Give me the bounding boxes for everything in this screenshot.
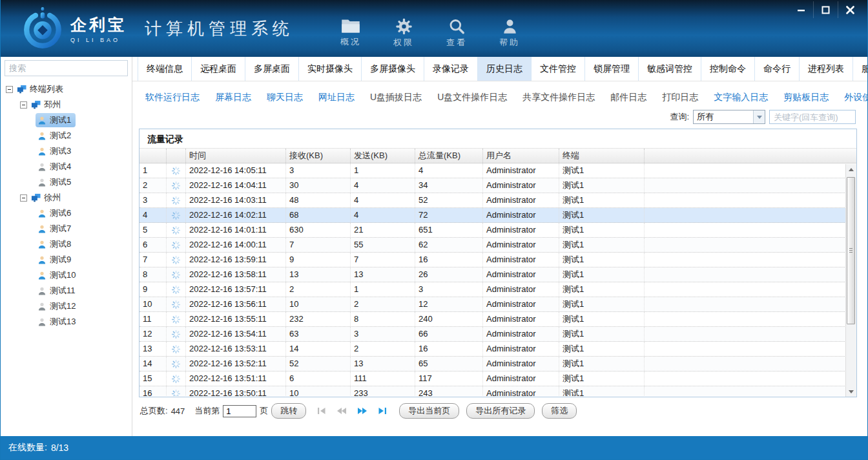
maximize-button[interactable] [813, 1, 838, 18]
expander-icon[interactable] [20, 101, 27, 109]
scrollbar-thumb[interactable] [847, 177, 855, 324]
tab-终端信息[interactable]: 终端信息 [138, 57, 192, 81]
table-row[interactable]: 32022-12-16 14:03:1148452Administrator测试… [140, 193, 856, 208]
nav-help-button[interactable]: 帮助 [499, 18, 520, 48]
tab-多屏摄像头[interactable]: 多屏摄像头 [362, 57, 424, 81]
cell: 测试1 [559, 297, 645, 311]
close-button[interactable] [838, 1, 862, 18]
maximize-icon [822, 6, 830, 14]
log-tab-文字输入日志[interactable]: 文字输入日志 [706, 88, 776, 106]
keyword-input[interactable] [769, 110, 856, 124]
table-row[interactable]: 42022-12-16 14:02:1168472Administrator测试… [140, 208, 856, 223]
col-header-发送(KB)[interactable]: 发送(KB) [351, 149, 415, 163]
tree-terminal-测试12[interactable]: 测试12 [1, 298, 132, 314]
log-tab-剪贴板日志[interactable]: 剪贴板日志 [776, 88, 836, 106]
cell-filler [645, 267, 856, 282]
table-row[interactable]: 132022-12-16 13:53:1114216Administrator测… [140, 342, 856, 357]
query-filter-select[interactable]: 所有 [693, 110, 765, 124]
jump-button[interactable]: 跳转 [271, 403, 306, 419]
top-nav: 概况 [340, 18, 520, 48]
vertical-scrollbar[interactable] [845, 164, 856, 397]
table-row[interactable]: 82022-12-16 13:58:11131326Administrator测… [140, 267, 856, 282]
tree-terminal-测试7[interactable]: 测试7 [1, 221, 132, 236]
first-page-icon[interactable] [317, 407, 326, 415]
tree-terminal-测试3[interactable]: 测试3 [1, 143, 132, 159]
prev-page-icon[interactable] [336, 407, 347, 415]
tree-terminal-测试5[interactable]: 测试5 [1, 174, 132, 190]
tree-terminal-测试9[interactable]: 测试9 [1, 252, 132, 267]
col-header-接收(KB)[interactable]: 接收(KB) [286, 149, 351, 163]
log-tab-外设使用日志[interactable]: 外设使用日志 [836, 88, 867, 106]
col-header-总流量(KB)[interactable]: 总流量(KB) [415, 149, 483, 163]
table-row[interactable]: 102022-12-16 13:56:1110212Administrator测… [140, 297, 856, 312]
table-row[interactable]: 112022-12-16 13:55:112328240Administrato… [140, 312, 856, 327]
tab-控制命令[interactable]: 控制命令 [701, 57, 755, 81]
tree-root[interactable]: 终端列表 [1, 81, 132, 97]
tab-录像记录[interactable]: 录像记录 [424, 57, 478, 81]
tab-文件管控[interactable]: 文件管控 [532, 57, 585, 81]
tree-terminal-测试4[interactable]: 测试4 [1, 159, 132, 174]
table-row[interactable]: 12022-12-16 14:05:11314Administrator测试1 [140, 163, 856, 178]
tree-group-徐州[interactable]: 徐州 [1, 190, 132, 205]
table-row[interactable]: 52022-12-16 14:01:1163021651Administrato… [140, 223, 856, 238]
tree-terminal-测试8[interactable]: 测试8 [1, 236, 132, 252]
tab-多屏桌面[interactable]: 多屏桌面 [245, 57, 299, 81]
log-tab-U盘文件操作日志[interactable]: U盘文件操作日志 [429, 88, 515, 106]
tab-命令行[interactable]: 命令行 [755, 57, 800, 81]
page-number-input[interactable] [223, 405, 256, 417]
col-header-终端[interactable]: 终端 [559, 149, 645, 163]
col-header-时间[interactable]: 时间 [186, 149, 286, 163]
log-tab-打印日志[interactable]: 打印日志 [654, 88, 706, 106]
nav-permissions-button[interactable]: 权限 [393, 18, 414, 48]
col-header-blank-1[interactable] [167, 149, 186, 163]
cell: Administrator [483, 371, 559, 386]
expander-icon[interactable] [20, 194, 27, 202]
cell-filler [645, 238, 856, 252]
tab-服务列表[interactable]: 服务列表 [853, 57, 867, 81]
filter-button[interactable]: 筛选 [542, 403, 577, 419]
log-tab-网址日志[interactable]: 网址日志 [311, 88, 362, 106]
export-current-page-button[interactable]: 导出当前页 [399, 403, 459, 419]
tab-远程桌面[interactable]: 远程桌面 [192, 57, 245, 81]
log-tab-U盘插拔日志[interactable]: U盘插拔日志 [362, 88, 429, 106]
scroll-up-button[interactable] [846, 164, 856, 174]
minimize-button[interactable] [789, 1, 813, 18]
table-row[interactable]: 62022-12-16 14:00:1175562Administrator测试… [140, 238, 856, 253]
tab-历史日志[interactable]: 历史日志 [478, 57, 532, 81]
next-page-icon[interactable] [357, 407, 367, 415]
col-header-用户名[interactable]: 用户名 [483, 149, 559, 163]
tree-terminal-测试13[interactable]: 测试13 [1, 314, 132, 329]
tree-terminal-测试2[interactable]: 测试2 [1, 128, 132, 143]
table-row[interactable]: 142022-12-16 13:52:11521365Administrator… [140, 357, 856, 371]
tree-terminal-测试11[interactable]: 测试11 [1, 283, 132, 298]
tab-进程列表[interactable]: 进程列表 [800, 57, 853, 81]
log-tab-邮件日志[interactable]: 邮件日志 [603, 88, 654, 106]
tree-terminal-测试6[interactable]: 测试6 [1, 205, 132, 221]
tree-terminal-测试10[interactable]: 测试10 [1, 267, 132, 283]
log-tab-共享文件操作日志[interactable]: 共享文件操作日志 [515, 88, 603, 106]
last-page-icon[interactable] [378, 407, 387, 415]
search-input[interactable] [5, 60, 128, 76]
col-header-blank-0[interactable] [140, 149, 167, 163]
cell: 14 [140, 357, 167, 371]
table-row[interactable]: 72022-12-16 13:59:119716Administrator测试1 [140, 253, 856, 267]
log-tab-屏幕日志[interactable]: 屏幕日志 [207, 88, 259, 106]
tab-敏感词管控[interactable]: 敏感词管控 [639, 57, 701, 81]
log-tab-聊天日志[interactable]: 聊天日志 [259, 88, 311, 106]
log-tab-软件运行日志[interactable]: 软件运行日志 [138, 88, 207, 106]
export-all-button[interactable]: 导出所有记录 [466, 403, 535, 419]
scroll-down-button[interactable] [846, 386, 856, 397]
nav-view-button[interactable]: 查看 [446, 18, 467, 48]
nav-overview-button[interactable]: 概况 [340, 18, 361, 48]
tree-terminal-测试1[interactable]: 测试1 [1, 112, 132, 128]
table-row[interactable]: 122022-12-16 13:54:1163366Administrator测… [140, 327, 856, 342]
table-row[interactable]: 22022-12-16 14:04:1130434Administrator测试… [140, 178, 856, 193]
table-row[interactable]: 92022-12-16 13:57:11213Administrator测试1 [140, 282, 856, 297]
table-row[interactable]: 162022-12-16 13:50:1110233243Administrat… [140, 386, 856, 396]
tree-group-邳州[interactable]: 邳州 [1, 97, 132, 112]
col-header-filler [645, 149, 856, 163]
tab-锁屏管理[interactable]: 锁屏管理 [585, 57, 639, 81]
tab-实时摄像头[interactable]: 实时摄像头 [299, 57, 362, 81]
table-row[interactable]: 152022-12-16 13:51:116111117Administrato… [140, 371, 856, 386]
expander-icon[interactable] [6, 86, 13, 93]
